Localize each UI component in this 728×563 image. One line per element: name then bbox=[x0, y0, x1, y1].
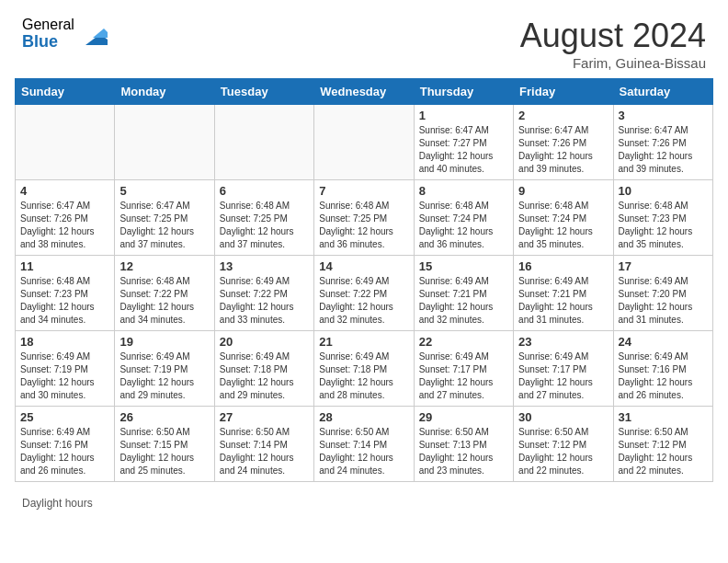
day-number: 15 bbox=[419, 259, 508, 273]
calendar-day-cell: 15Sunrise: 6:49 AMSunset: 7:21 PMDayligh… bbox=[414, 256, 513, 331]
day-number: 30 bbox=[518, 410, 608, 424]
day-info: Sunrise: 6:49 AMSunset: 7:21 PMDaylight:… bbox=[518, 275, 608, 327]
day-info: Sunrise: 6:49 AMSunset: 7:22 PMDaylight:… bbox=[319, 275, 408, 327]
calendar-day-cell: 7Sunrise: 6:48 AMSunset: 7:25 PMDaylight… bbox=[314, 180, 414, 256]
logo-blue: Blue bbox=[22, 33, 74, 52]
calendar-day-header: Thursday bbox=[414, 79, 513, 105]
day-number: 11 bbox=[20, 259, 109, 273]
day-number: 10 bbox=[619, 184, 708, 198]
day-info: Sunrise: 6:49 AMSunset: 7:18 PMDaylight:… bbox=[319, 350, 408, 402]
calendar-day-header: Saturday bbox=[613, 79, 712, 105]
day-number: 19 bbox=[119, 335, 209, 349]
calendar-day-header: Tuesday bbox=[214, 79, 313, 105]
day-info: Sunrise: 6:48 AMSunset: 7:25 PMDaylight:… bbox=[319, 200, 408, 251]
svg-marker-1 bbox=[93, 29, 108, 38]
day-number: 23 bbox=[518, 335, 608, 349]
day-info: Sunrise: 6:48 AMSunset: 7:24 PMDaylight:… bbox=[419, 200, 508, 251]
calendar-day-cell: 13Sunrise: 6:49 AMSunset: 7:22 PMDayligh… bbox=[214, 256, 313, 331]
logo-general: General bbox=[22, 17, 74, 33]
calendar-day-header: Sunday bbox=[16, 79, 115, 105]
calendar-day-cell: 21Sunrise: 6:49 AMSunset: 7:18 PMDayligh… bbox=[314, 331, 414, 407]
calendar-day-cell: 9Sunrise: 6:48 AMSunset: 7:24 PMDaylight… bbox=[514, 180, 613, 256]
day-info: Sunrise: 6:49 AMSunset: 7:17 PMDaylight:… bbox=[518, 350, 608, 402]
calendar-day-cell: 26Sunrise: 6:50 AMSunset: 7:15 PMDayligh… bbox=[115, 407, 214, 482]
day-info: Sunrise: 6:47 AMSunset: 7:26 PMDaylight:… bbox=[518, 124, 608, 176]
calendar-day-cell bbox=[314, 105, 414, 180]
day-info: Sunrise: 6:48 AMSunset: 7:23 PMDaylight:… bbox=[20, 275, 109, 327]
day-info: Sunrise: 6:47 AMSunset: 7:25 PMDaylight:… bbox=[119, 200, 209, 251]
calendar-week-row: 25Sunrise: 6:49 AMSunset: 7:16 PMDayligh… bbox=[16, 407, 713, 482]
day-number: 27 bbox=[220, 410, 309, 424]
calendar-week-row: 1Sunrise: 6:47 AMSunset: 7:27 PMDaylight… bbox=[16, 105, 713, 180]
day-number: 17 bbox=[619, 259, 708, 273]
daylight-label: Daylight hours bbox=[22, 497, 93, 510]
logo: General Blue bbox=[22, 17, 108, 51]
day-info: Sunrise: 6:50 AMSunset: 7:12 PMDaylight:… bbox=[518, 426, 608, 477]
day-number: 24 bbox=[619, 335, 708, 349]
calendar-day-cell: 5Sunrise: 6:47 AMSunset: 7:25 PMDaylight… bbox=[115, 180, 214, 256]
calendar-day-cell: 23Sunrise: 6:49 AMSunset: 7:17 PMDayligh… bbox=[514, 331, 613, 407]
day-info: Sunrise: 6:49 AMSunset: 7:16 PMDaylight:… bbox=[20, 426, 109, 477]
day-info: Sunrise: 6:49 AMSunset: 7:22 PMDaylight:… bbox=[220, 275, 309, 327]
calendar-day-header: Friday bbox=[514, 79, 613, 105]
calendar-day-cell: 19Sunrise: 6:49 AMSunset: 7:19 PMDayligh… bbox=[115, 331, 214, 407]
day-info: Sunrise: 6:49 AMSunset: 7:19 PMDaylight:… bbox=[20, 350, 109, 402]
calendar-day-cell bbox=[214, 105, 313, 180]
calendar-day-cell: 11Sunrise: 6:48 AMSunset: 7:23 PMDayligh… bbox=[16, 256, 115, 331]
calendar-day-cell: 31Sunrise: 6:50 AMSunset: 7:12 PMDayligh… bbox=[613, 407, 712, 482]
day-info: Sunrise: 6:47 AMSunset: 7:27 PMDaylight:… bbox=[419, 124, 508, 176]
day-number: 25 bbox=[20, 410, 109, 424]
calendar-day-cell: 22Sunrise: 6:49 AMSunset: 7:17 PMDayligh… bbox=[414, 331, 513, 407]
day-number: 29 bbox=[419, 410, 508, 424]
calendar-day-cell: 10Sunrise: 6:48 AMSunset: 7:23 PMDayligh… bbox=[613, 180, 712, 256]
day-number: 4 bbox=[20, 184, 109, 198]
calendar-day-cell: 14Sunrise: 6:49 AMSunset: 7:22 PMDayligh… bbox=[314, 256, 414, 331]
day-info: Sunrise: 6:48 AMSunset: 7:24 PMDaylight:… bbox=[518, 200, 608, 251]
calendar-day-cell: 24Sunrise: 6:49 AMSunset: 7:16 PMDayligh… bbox=[613, 331, 712, 407]
calendar-day-cell: 30Sunrise: 6:50 AMSunset: 7:12 PMDayligh… bbox=[514, 407, 613, 482]
day-info: Sunrise: 6:48 AMSunset: 7:25 PMDaylight:… bbox=[220, 200, 309, 251]
calendar-day-cell: 12Sunrise: 6:48 AMSunset: 7:22 PMDayligh… bbox=[115, 256, 214, 331]
day-number: 21 bbox=[319, 335, 408, 349]
calendar-day-header: Wednesday bbox=[314, 79, 414, 105]
day-number: 12 bbox=[119, 259, 209, 273]
calendar-week-row: 18Sunrise: 6:49 AMSunset: 7:19 PMDayligh… bbox=[16, 331, 713, 407]
day-info: Sunrise: 6:49 AMSunset: 7:21 PMDaylight:… bbox=[419, 275, 508, 327]
calendar-day-cell: 18Sunrise: 6:49 AMSunset: 7:19 PMDayligh… bbox=[16, 331, 115, 407]
day-number: 1 bbox=[419, 109, 508, 122]
day-number: 31 bbox=[619, 410, 708, 424]
calendar-day-cell: 28Sunrise: 6:50 AMSunset: 7:14 PMDayligh… bbox=[314, 407, 414, 482]
day-info: Sunrise: 6:50 AMSunset: 7:13 PMDaylight:… bbox=[419, 426, 508, 477]
day-number: 6 bbox=[220, 184, 309, 198]
day-number: 28 bbox=[319, 410, 408, 424]
day-number: 26 bbox=[119, 410, 209, 424]
day-number: 3 bbox=[619, 109, 708, 122]
day-info: Sunrise: 6:48 AMSunset: 7:22 PMDaylight:… bbox=[119, 275, 209, 327]
calendar-day-cell: 8Sunrise: 6:48 AMSunset: 7:24 PMDaylight… bbox=[414, 180, 513, 256]
calendar-day-header: Monday bbox=[115, 79, 214, 105]
calendar-wrapper: SundayMondayTuesdayWednesdayThursdayFrid… bbox=[0, 78, 728, 493]
day-info: Sunrise: 6:47 AMSunset: 7:26 PMDaylight:… bbox=[20, 200, 109, 251]
footer: Daylight hours bbox=[0, 493, 728, 517]
day-number: 20 bbox=[220, 335, 309, 349]
calendar-week-row: 4Sunrise: 6:47 AMSunset: 7:26 PMDaylight… bbox=[16, 180, 713, 256]
calendar-week-row: 11Sunrise: 6:48 AMSunset: 7:23 PMDayligh… bbox=[16, 256, 713, 331]
day-info: Sunrise: 6:50 AMSunset: 7:14 PMDaylight:… bbox=[220, 426, 309, 477]
calendar-day-cell: 4Sunrise: 6:47 AMSunset: 7:26 PMDaylight… bbox=[16, 180, 115, 256]
day-info: Sunrise: 6:50 AMSunset: 7:12 PMDaylight:… bbox=[619, 426, 708, 477]
day-info: Sunrise: 6:48 AMSunset: 7:23 PMDaylight:… bbox=[619, 200, 708, 251]
day-number: 8 bbox=[419, 184, 508, 198]
day-info: Sunrise: 6:47 AMSunset: 7:26 PMDaylight:… bbox=[619, 124, 708, 176]
calendar-day-cell: 27Sunrise: 6:50 AMSunset: 7:14 PMDayligh… bbox=[214, 407, 313, 482]
calendar-day-cell: 6Sunrise: 6:48 AMSunset: 7:25 PMDaylight… bbox=[214, 180, 313, 256]
day-info: Sunrise: 6:49 AMSunset: 7:17 PMDaylight:… bbox=[419, 350, 508, 402]
month-year-title: August 2024 bbox=[520, 17, 706, 55]
day-number: 5 bbox=[119, 184, 209, 198]
day-info: Sunrise: 6:49 AMSunset: 7:18 PMDaylight:… bbox=[220, 350, 309, 402]
day-info: Sunrise: 6:49 AMSunset: 7:20 PMDaylight:… bbox=[619, 275, 708, 327]
calendar-header-row: SundayMondayTuesdayWednesdayThursdayFrid… bbox=[16, 79, 713, 105]
calendar-day-cell: 2Sunrise: 6:47 AMSunset: 7:26 PMDaylight… bbox=[514, 105, 613, 180]
day-number: 16 bbox=[518, 259, 608, 273]
calendar-day-cell: 1Sunrise: 6:47 AMSunset: 7:27 PMDaylight… bbox=[414, 105, 513, 180]
calendar-day-cell: 3Sunrise: 6:47 AMSunset: 7:26 PMDaylight… bbox=[613, 105, 712, 180]
